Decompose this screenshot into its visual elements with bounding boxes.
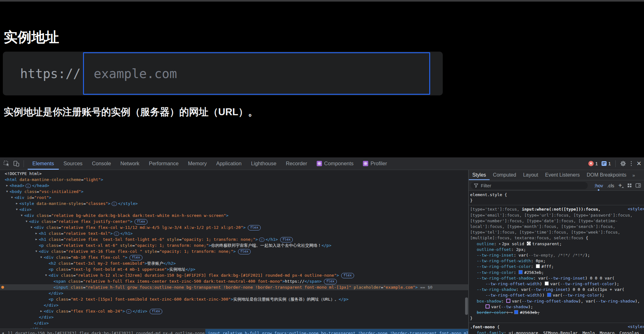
flex-badge[interactable]: flex <box>135 219 147 224</box>
style-rule-line[interactable]: [type='text']:focus, input:where(:not([t… <box>469 207 644 212</box>
inspect-element-icon[interactable] <box>3 160 10 167</box>
style-rule-line[interactable]: } <box>469 315 644 321</box>
expand-arrow-icon[interactable]: ▼ <box>5 189 9 195</box>
expand-arrow-icon[interactable]: ▼ <box>44 272 48 278</box>
style-rule-line[interactable]: outline: ▶2px solid transparent; <box>469 241 644 247</box>
ellipsis-badge[interactable]: … <box>259 238 264 242</box>
tab-elements[interactable]: Elements <box>28 157 59 170</box>
sidebar-tab-layout[interactable]: Layout <box>519 170 541 180</box>
color-swatch[interactable] <box>545 281 549 286</box>
more-tabs-icon[interactable]: » <box>630 170 637 180</box>
ellipsis-badge[interactable]: … <box>112 202 117 206</box>
style-rule-line[interactable]: [type='email']:focus, [type='url']:focus… <box>469 212 644 218</box>
close-devtools-icon[interactable]: ✕ <box>636 161 641 167</box>
style-rule-line[interactable]: --tw-ring-offset-width)) var(--tw-ring-c… <box>469 292 644 298</box>
dom-tree-line[interactable]: ▼<div class="relative flex flex-col w-11… <box>0 224 468 230</box>
styles-filter-input[interactable]: Filter <box>471 182 588 189</box>
new-style-rule-button[interactable]: + <box>618 182 624 189</box>
dom-tree-line[interactable]: ▶<head>…</head> <box>0 183 468 189</box>
expand-arrow-icon[interactable]: ▼ <box>34 248 39 254</box>
dom-tree-line[interactable]: ▼<body class="vsc-initialized"> <box>0 189 468 195</box>
style-rule-line[interactable]: var(--tw-shadow); <box>469 304 644 310</box>
dom-tree-line[interactable]: ▼<div id="root"> <box>0 195 468 201</box>
style-rule-line[interactable]: element.style { <box>469 192 644 198</box>
color-swatch[interactable] <box>536 264 540 268</box>
dom-tree-line[interactable]: ▶<div class="flex flex-col mb-24">…</div… <box>0 308 468 314</box>
issues-badge[interactable]: 1 <box>602 161 611 166</box>
sidebar-tab-event-listeners[interactable]: Event Listeners <box>541 170 583 180</box>
ellipsis-badge[interactable]: … <box>126 309 131 314</box>
dom-tree-line[interactable]: <span class="relative h-full flex items-… <box>0 278 468 284</box>
sidebar-tab-computed[interactable]: Computed <box>490 170 520 180</box>
pseudo-state-toggle[interactable]: :hov <box>594 183 603 188</box>
expand-arrow-icon[interactable]: ▼ <box>19 212 24 218</box>
toggle-sidebar-icon[interactable] <box>636 183 641 188</box>
tab-application[interactable]: Application <box>211 157 246 170</box>
style-rule-line[interactable]: --tw-ring-offset-width) var(--tw-ring-of… <box>469 281 644 287</box>
style-rule-line[interactable]: --tw-ring-offset-shadow: var(--tw-ring-i… <box>469 275 644 281</box>
device-toolbar-icon[interactable] <box>13 161 20 167</box>
tab-lighthouse[interactable]: Lighthouse <box>246 157 281 170</box>
style-rule-line[interactable]: --tw-ring-offset-width: 0px; <box>469 258 644 264</box>
expand-arrow-icon[interactable]: ▶ <box>34 236 39 242</box>
error-badge[interactable]: ✕ 1 <box>588 161 598 166</box>
flex-badge[interactable]: flex <box>130 255 142 260</box>
dom-tree-line[interactable]: ▶<h1 class="relative flex text-5xl font-… <box>0 236 468 242</box>
tab-sources[interactable]: Sources <box>59 157 87 170</box>
dom-tree-line[interactable]: ▼<div class="relative mt-16 flex flex-co… <box>0 248 468 254</box>
shadow-swatch[interactable] <box>486 304 490 309</box>
flex-badge[interactable]: flex <box>324 279 337 284</box>
expand-arrow-icon[interactable]: ▶ <box>15 201 19 207</box>
expand-arrow-icon[interactable]: ▶ <box>39 308 43 314</box>
breadcrumb-scroll-left-icon[interactable]: ◀ <box>2 331 4 334</box>
dom-tree-line[interactable]: ▼<div> <box>0 207 468 212</box>
expand-arrow-icon[interactable]: ▼ <box>10 195 14 201</box>
dom-tree-line[interactable]: <p class="relative text-xl mt-6" style="… <box>0 242 468 248</box>
flex-badge[interactable]: flex <box>238 249 251 254</box>
style-rule-line[interactable]: [type='tel']:focus, [type='time']:focus,… <box>469 229 644 235</box>
expand-arrow-icon[interactable]: ▶ <box>5 183 9 189</box>
dom-tree-line[interactable]: ▼<div class="relative bg-white dark:bg-b… <box>0 212 468 218</box>
tab-console[interactable]: Console <box>87 157 116 170</box>
color-swatch[interactable] <box>527 241 531 246</box>
dom-tree-line[interactable]: ▼<div class="relative h-12 xl:w-[32rem] … <box>0 272 468 278</box>
dom-tree-line[interactable]: </div> <box>0 302 468 308</box>
tab-memory[interactable]: Memory <box>183 157 212 170</box>
shadow-swatch[interactable] <box>506 299 510 303</box>
tab-recorder[interactable]: Recorder <box>281 157 312 170</box>
dom-tree-line[interactable]: ▼<div class="mb-10 flex flex-col ">flex <box>0 254 468 260</box>
flex-badge[interactable]: flex <box>248 225 261 230</box>
style-rule-line[interactable]: font-family: ui-monospace, SFMono-Regula… <box>469 330 644 334</box>
style-rule-line[interactable]: --tw-ring-offset-color: #fff; <box>469 264 644 269</box>
dom-tree-line[interactable]: <!DOCTYPE html> <box>0 171 468 177</box>
style-rule-line[interactable]: [type='number']:focus, [type='date']:foc… <box>469 218 644 224</box>
element-classes-toggle[interactable]: .cls <box>607 183 614 188</box>
flex-badge[interactable]: flex <box>280 237 293 242</box>
sidebar-tab-styles[interactable]: Styles <box>469 170 490 180</box>
expand-arrow-icon[interactable]: ▼ <box>39 254 43 260</box>
dom-tree-line[interactable]: <h2 class="text-3xl my-2 font-semibold">… <box>0 260 468 266</box>
sidebar-tab-dom-breakpoints[interactable]: DOM Breakpoints <box>583 170 630 180</box>
tab-network[interactable]: Network <box>116 157 144 170</box>
dom-tree-line[interactable]: <input class="relative h-full grow foucs… <box>0 284 468 290</box>
style-rule-line[interactable]: [multiple]:focus, textarea:focus, select… <box>469 235 644 241</box>
expand-arrow-icon[interactable]: ▼ <box>29 224 34 230</box>
ellipsis-badge[interactable]: … <box>25 184 31 188</box>
flex-badge[interactable]: flex <box>150 309 163 314</box>
style-rule-line[interactable]: local']:focus, [type='month']:focus, [ty… <box>469 224 644 229</box>
expand-arrow-icon[interactable]: ▶ <box>34 230 39 236</box>
expand-arrow-icon[interactable]: ▼ <box>15 207 19 212</box>
style-rule-line[interactable]: --tw-ring-shadow: var(--tw-ring-inset) 0… <box>469 287 644 292</box>
dom-tree-line[interactable]: ▼<div class="relative flex justify-cente… <box>0 218 468 224</box>
breadcrumb-selected-crumb[interactable]: input.relative.h-full.grow.foucs:outline… <box>205 329 468 334</box>
tab-performance[interactable]: Performance <box>144 157 183 170</box>
tab-components[interactable]: Components <box>312 157 358 170</box>
style-rule-line[interactable]: .font-mono { <box>469 324 644 330</box>
expand-arrow-icon[interactable]: ▼ <box>25 218 29 224</box>
expand-value-icon[interactable]: ▶ <box>512 311 513 314</box>
style-rule-line[interactable]: } <box>469 198 644 203</box>
style-rule-line[interactable]: border-color: ▶#2563eb; <box>469 310 644 315</box>
breadcrumb-overflow-text[interactable]: l] duration-150 bg-[#F1F2F3] flex dark:b… <box>8 331 205 334</box>
dom-tree-line[interactable]: ▶<h1 class="relative text-4xl">…</h1> <box>0 230 468 236</box>
ellipsis-badge[interactable]: … <box>114 232 119 236</box>
